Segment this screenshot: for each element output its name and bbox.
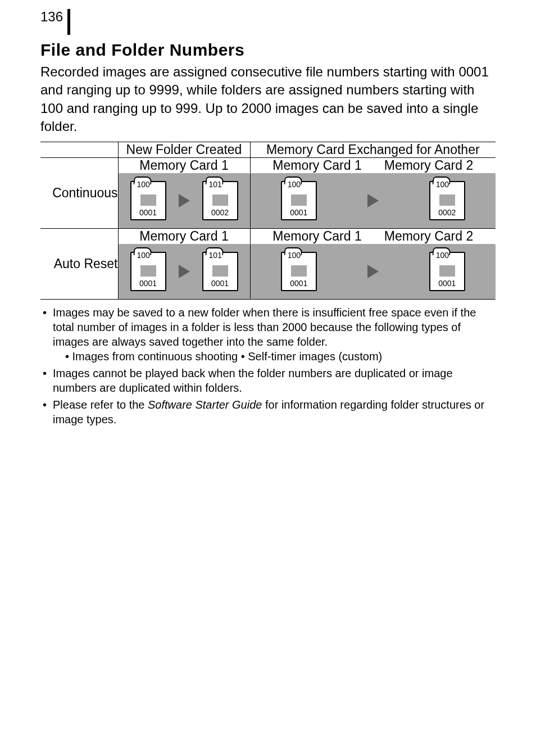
page-number: 136 [40, 9, 67, 25]
card-header-autoreset-left: Memory Card 1 [118, 228, 250, 244]
card1-label: Memory Card 1 [272, 229, 361, 244]
thumbnail-icon [140, 265, 156, 277]
row-label-autoreset: Auto Reset [40, 228, 118, 299]
card-header-continuous-right: Memory Card 1 Memory Card 2 [250, 157, 496, 173]
image-number: 0001 [290, 208, 307, 217]
diagram-continuous-newfolder: 100 0001 101 0002 [118, 173, 250, 229]
image-number: 0002 [438, 208, 456, 217]
folder-number: 101 [209, 180, 222, 189]
folder-icon: 101 0001 [202, 252, 238, 291]
thumbnail-icon [212, 194, 228, 206]
row-label-continuous: Continuous [40, 157, 118, 228]
numbering-table: New Folder Created Memory Card Exchanged… [40, 142, 496, 300]
list-item: Images cannot be played back when the fo… [40, 366, 496, 395]
card2-label: Memory Card 2 [384, 229, 473, 244]
image-number: 0002 [211, 208, 229, 217]
folder-number: 100 [288, 251, 301, 260]
image-number: 0001 [438, 279, 456, 288]
folder-icon: 101 0002 [202, 181, 238, 220]
card2-label: Memory Card 2 [384, 158, 473, 173]
note-subline: • Images from continuous shooting • Self… [53, 349, 496, 364]
card-header-continuous-left: Memory Card 1 [118, 157, 250, 173]
thumbnail-icon [212, 265, 228, 277]
folder-icon: 100 0002 [429, 181, 465, 220]
thumbnail-icon [439, 194, 455, 206]
note-text: Please refer to the [53, 399, 148, 411]
section-title: File and Folder Numbers [40, 40, 496, 60]
folder-number: 100 [137, 180, 150, 189]
card-header-autoreset-right: Memory Card 1 Memory Card 2 [250, 228, 496, 244]
arrow-right-icon [367, 265, 379, 278]
diagram-autoreset-exchanged: 100 0001 100 0001 [250, 244, 496, 300]
folder-number: 100 [288, 180, 301, 189]
folder-icon: 100 0001 [130, 181, 166, 220]
folder-icon: 100 0001 [429, 252, 465, 291]
col-header-exchanged: Memory Card Exchanged for Another [250, 142, 496, 157]
thumbnail-icon [291, 265, 307, 277]
page-number-divider [67, 9, 70, 35]
col-header-new-folder: New Folder Created [118, 142, 250, 157]
arrow-right-icon [367, 194, 379, 207]
folder-number: 100 [436, 180, 449, 189]
folder-number: 100 [137, 251, 150, 260]
note-text: Images may be saved to a new folder when… [53, 306, 476, 348]
thumbnail-icon [140, 194, 156, 206]
image-number: 0001 [211, 279, 229, 288]
folder-icon: 100 0001 [281, 181, 317, 220]
thumbnail-icon [439, 265, 455, 277]
notes-list: Images may be saved to a new folder when… [40, 305, 496, 427]
diagram-continuous-exchanged: 100 0001 100 0002 [250, 173, 496, 229]
note-text-italic: Software Starter Guide [148, 399, 262, 411]
list-item: Please refer to the Software Starter Gui… [40, 397, 496, 427]
image-number: 0001 [139, 279, 157, 288]
card1-label: Memory Card 1 [139, 229, 228, 243]
thumbnail-icon [291, 194, 307, 206]
note-text: Images cannot be played back when the fo… [53, 367, 453, 394]
image-number: 0001 [139, 208, 157, 217]
folder-number: 101 [209, 251, 222, 260]
image-number: 0001 [290, 279, 307, 288]
folder-icon: 100 0001 [130, 252, 166, 291]
page-number-block: 136 [40, 9, 496, 35]
folder-number: 100 [436, 251, 449, 260]
card1-label: Memory Card 1 [272, 158, 361, 173]
table-corner-empty [40, 142, 118, 157]
manual-page: 136 File and Folder Numbers Recorded ima… [0, 0, 536, 451]
intro-paragraph: Recorded images are assigned consecutive… [40, 63, 496, 136]
list-item: Images may be saved to a new folder when… [40, 305, 496, 364]
diagram-autoreset-newfolder: 100 0001 101 0001 [118, 244, 250, 300]
arrow-right-icon [179, 265, 190, 278]
folder-icon: 100 0001 [281, 252, 317, 291]
arrow-right-icon [179, 194, 190, 207]
card1-label: Memory Card 1 [139, 158, 228, 173]
